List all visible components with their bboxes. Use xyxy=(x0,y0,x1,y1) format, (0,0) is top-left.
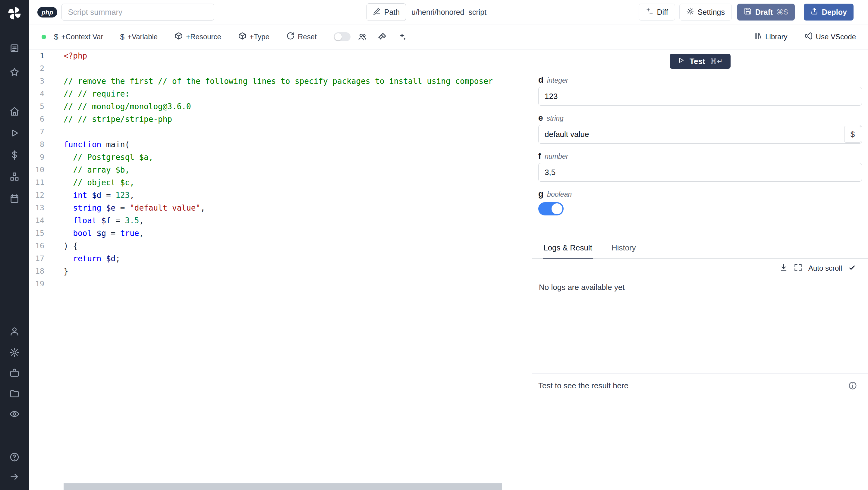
schedules-icon[interactable] xyxy=(9,194,20,204)
deploy-button[interactable]: Deploy xyxy=(804,4,854,21)
line-number: 3 xyxy=(29,75,44,87)
insert-variable-button[interactable]: $ xyxy=(844,126,861,143)
diff-button[interactable]: Diff xyxy=(639,4,675,21)
reset-button[interactable]: Reset xyxy=(286,32,317,42)
result-placeholder: Test to see the result here xyxy=(538,380,628,392)
field-type: integer xyxy=(547,75,568,85)
windmill-logo-icon[interactable] xyxy=(7,5,22,21)
code-line[interactable]: // // stripe/stripe-php xyxy=(64,113,532,125)
multiplayer-toggle[interactable] xyxy=(334,32,350,41)
workers-icon[interactable] xyxy=(9,368,20,378)
line-number: 12 xyxy=(29,189,44,202)
audit-logs-eye-icon[interactable] xyxy=(9,409,20,419)
code-line[interactable]: // Postgresql $a, xyxy=(64,151,532,164)
vscode-icon xyxy=(804,32,813,42)
code-line[interactable]: bool $g = true, xyxy=(64,227,532,239)
draft-button[interactable]: Draft ⌘S xyxy=(737,4,795,21)
field-label: gboolean xyxy=(538,189,862,199)
test-panel: Test ⌘↵ dintegerestring$fnumbergboolean … xyxy=(532,50,868,490)
expand-logs-icon[interactable] xyxy=(794,263,802,273)
line-number: 9 xyxy=(29,151,44,164)
gear-icon xyxy=(686,7,694,17)
line-number: 17 xyxy=(29,252,44,265)
code-line[interactable]: // array $b, xyxy=(64,164,532,176)
auto-scroll-check-icon[interactable] xyxy=(848,264,856,273)
apps-icon[interactable] xyxy=(9,43,20,53)
resources-icon[interactable] xyxy=(9,172,20,182)
settings-gear-icon[interactable] xyxy=(9,347,20,357)
add-type-label: +Type xyxy=(250,33,270,41)
code-line[interactable]: // // require: xyxy=(64,87,532,100)
field-type: number xyxy=(545,151,568,162)
e-input[interactable] xyxy=(538,125,862,144)
reset-icon xyxy=(286,32,295,42)
code-line[interactable]: ) { xyxy=(64,239,532,252)
form-fields: dintegerestring$fnumbergboolean xyxy=(532,69,868,215)
code-editor[interactable]: 12345678910111213141516171819 <?php// re… xyxy=(29,50,532,490)
line-number: 1 xyxy=(29,50,44,62)
code-line[interactable]: // object $c, xyxy=(64,176,532,189)
add-resource-button[interactable]: +Resource xyxy=(175,32,221,42)
variables-icon[interactable] xyxy=(9,150,20,160)
folders-icon[interactable] xyxy=(9,388,20,399)
field-name: g xyxy=(538,189,544,199)
line-number: 10 xyxy=(29,164,44,176)
use-vscode-button[interactable]: Use VScode xyxy=(804,32,856,42)
auto-scroll-label[interactable]: Auto scroll xyxy=(808,264,842,272)
code-line[interactable] xyxy=(64,278,532,290)
f-input[interactable] xyxy=(538,163,862,182)
line-number: 6 xyxy=(29,113,44,125)
user-icon[interactable] xyxy=(9,326,20,337)
play-icon xyxy=(678,57,685,66)
help-icon[interactable] xyxy=(9,452,20,462)
code-line[interactable] xyxy=(64,62,532,75)
tab-history[interactable]: History xyxy=(611,242,637,258)
horizontal-scrollbar[interactable] xyxy=(64,483,502,490)
d-input[interactable] xyxy=(538,87,862,106)
sidebar xyxy=(0,0,29,490)
no-logs-message: No logs are available yet xyxy=(538,283,856,292)
edit-path-button[interactable]: Path xyxy=(367,3,406,21)
code-line[interactable]: float $f = 3.5, xyxy=(64,214,532,227)
code-line[interactable]: <?php xyxy=(64,50,532,62)
deploy-label: Deploy xyxy=(822,8,847,17)
language-badge: php xyxy=(37,7,57,18)
test-button[interactable]: Test ⌘↵ xyxy=(670,54,731,69)
code-line[interactable]: return $d; xyxy=(64,252,532,265)
logs-area: Auto scroll No logs are available yet xyxy=(532,259,868,373)
code-lines[interactable]: <?php// remove the first // of the follo… xyxy=(64,50,532,490)
library-button[interactable]: Library xyxy=(754,32,787,42)
favorites-icon[interactable] xyxy=(9,67,20,77)
code-line[interactable] xyxy=(64,125,532,138)
info-icon[interactable] xyxy=(848,381,857,391)
settings-label: Settings xyxy=(698,8,725,17)
field-label: estring xyxy=(538,113,862,123)
field-label: dinteger xyxy=(538,75,862,85)
line-number: 19 xyxy=(29,278,44,290)
code-line[interactable]: int $d = 123, xyxy=(64,189,532,202)
code-line[interactable]: } xyxy=(64,265,532,278)
app-window: php Path u/henri/honored_script Diff xyxy=(0,0,868,490)
library-label: Library xyxy=(765,33,787,41)
add-variable-button[interactable]: $ +Variable xyxy=(120,32,158,41)
script-summary-input[interactable] xyxy=(61,4,214,21)
code-line[interactable]: function main( xyxy=(64,138,532,151)
settings-button[interactable]: Settings xyxy=(679,4,732,21)
collaborators-icon[interactable] xyxy=(358,32,367,41)
code-line[interactable]: string $e = "default value", xyxy=(64,202,532,214)
add-context-var-button[interactable]: $ +Context Var xyxy=(54,32,103,41)
code-line[interactable]: // // monolog/monolog@3.6.0 xyxy=(64,100,532,113)
ai-sparkles-icon[interactable] xyxy=(398,32,407,41)
home-icon[interactable] xyxy=(9,106,20,116)
runs-icon[interactable] xyxy=(9,128,20,138)
expand-sidebar-icon[interactable] xyxy=(9,471,20,482)
format-code-icon[interactable] xyxy=(378,32,387,41)
g-boolean-toggle[interactable] xyxy=(538,202,564,215)
path-group: Path u/henri/honored_script xyxy=(367,3,487,21)
code-line[interactable]: // remove the first // of the following … xyxy=(64,75,532,87)
download-logs-icon[interactable] xyxy=(779,263,788,273)
add-type-button[interactable]: +Type xyxy=(238,32,270,42)
script-path[interactable]: u/henri/honored_script xyxy=(411,8,487,17)
tab-logs-result[interactable]: Logs & Result xyxy=(543,242,593,258)
editor-toolbar: $ +Context Var $ +Variable +Resource +Ty… xyxy=(29,24,868,50)
